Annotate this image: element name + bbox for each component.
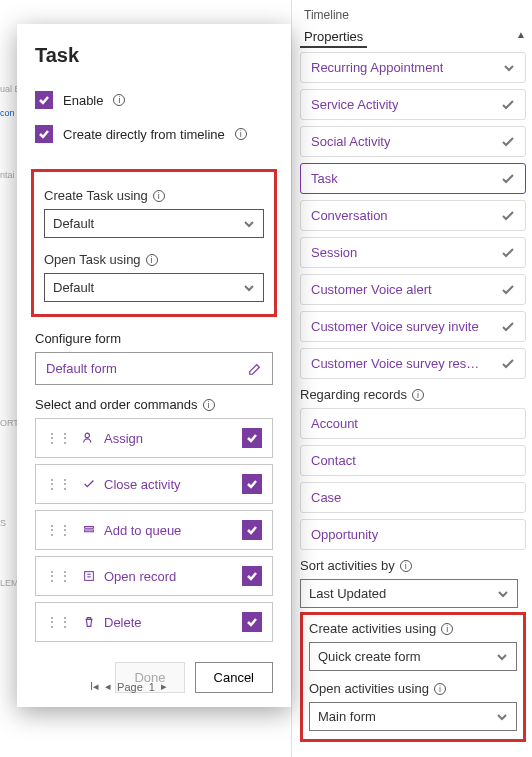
command-assign[interactable]: Assign <box>35 418 273 458</box>
create-task-dropdown[interactable]: Default <box>44 209 264 238</box>
info-icon[interactable]: i <box>113 94 125 106</box>
enable-row[interactable]: Enable i <box>35 91 273 109</box>
bg-hint: S <box>0 518 6 528</box>
activity-type-service-activity[interactable]: Service Activity <box>300 89 526 120</box>
command-add-to-queue[interactable]: Add to queue <box>35 510 273 550</box>
open-task-dropdown[interactable]: Default <box>44 273 264 302</box>
pager-next-icon[interactable]: ▸ <box>161 680 167 693</box>
properties-panel: Timeline Properties ▲ Recurring Appointm… <box>291 0 532 757</box>
properties-tab[interactable]: Properties <box>300 25 367 48</box>
create-task-label: Create Task using i <box>44 188 264 203</box>
regarding-records-label: Regarding records i <box>300 387 526 402</box>
check-icon <box>501 135 515 149</box>
drag-handle-icon[interactable] <box>46 437 72 440</box>
command-delete[interactable]: Delete <box>35 602 273 642</box>
cancel-button[interactable]: Cancel <box>195 662 273 693</box>
open-icon <box>82 569 96 583</box>
activity-type-customer-voice-invite[interactable]: Customer Voice survey invite <box>300 311 526 342</box>
create-activities-dropdown[interactable]: Quick create form <box>309 642 517 671</box>
drag-handle-icon[interactable] <box>46 621 72 624</box>
svg-point-0 <box>85 433 89 437</box>
info-icon[interactable]: i <box>412 389 424 401</box>
bg-hint: LEM <box>0 578 19 588</box>
bg-hint: ntai <box>0 170 15 180</box>
open-activities-dropdown[interactable]: Main form <box>309 702 517 731</box>
open-task-label: Open Task using i <box>44 252 264 267</box>
enable-checkbox[interactable] <box>35 91 53 109</box>
pager: I◂ ◂ Page 1 ▸ <box>90 680 167 693</box>
drag-handle-icon[interactable] <box>46 483 72 486</box>
configure-form-label: Configure form <box>35 331 273 346</box>
check-icon <box>82 477 96 491</box>
activity-type-conversation[interactable]: Conversation <box>300 200 526 231</box>
activity-type-task[interactable]: Task <box>300 163 526 194</box>
info-icon[interactable]: i <box>235 128 247 140</box>
check-icon <box>501 172 515 186</box>
open-activities-label: Open activities using i <box>309 681 517 696</box>
create-directly-row[interactable]: Create directly from timeline i <box>35 125 273 143</box>
activity-type-customer-voice-alert[interactable]: Customer Voice alert <box>300 274 526 305</box>
bg-hint-link: con <box>0 108 15 118</box>
commands-label: Select and order commands i <box>35 397 273 412</box>
edit-icon <box>248 362 262 376</box>
create-activities-label: Create activities using i <box>309 621 517 636</box>
sort-activities-dropdown[interactable]: Last Updated <box>300 579 518 608</box>
pager-first-icon[interactable]: I◂ <box>90 680 99 693</box>
regarding-opportunity[interactable]: Opportunity <box>300 519 526 550</box>
chevron-down-icon <box>496 711 508 723</box>
command-close-activity[interactable]: Close activity <box>35 464 273 504</box>
info-icon[interactable]: i <box>441 623 453 635</box>
chevron-down-icon <box>243 218 255 230</box>
info-icon[interactable]: i <box>434 683 446 695</box>
info-icon[interactable]: i <box>203 399 215 411</box>
check-icon <box>501 283 515 297</box>
regarding-contact[interactable]: Contact <box>300 445 526 476</box>
trash-icon <box>82 615 96 629</box>
info-icon[interactable]: i <box>146 254 158 266</box>
task-form-highlight-box: Create Task using i Default Open Task us… <box>31 169 277 317</box>
chevron-down-icon <box>497 588 509 600</box>
command-open-record[interactable]: Open record <box>35 556 273 596</box>
chevron-down-icon <box>496 651 508 663</box>
sort-activities-label: Sort activities by i <box>300 558 526 573</box>
activity-type-social-activity[interactable]: Social Activity <box>300 126 526 157</box>
check-icon <box>501 209 515 223</box>
regarding-case[interactable]: Case <box>300 482 526 513</box>
info-icon[interactable]: i <box>153 190 165 202</box>
queue-icon <box>82 523 96 537</box>
check-icon <box>501 320 515 334</box>
command-checkbox[interactable] <box>242 520 262 540</box>
timeline-label: Timeline <box>300 6 526 25</box>
regarding-account[interactable]: Account <box>300 408 526 439</box>
pager-prev-icon[interactable]: ◂ <box>105 680 111 693</box>
drag-handle-icon[interactable] <box>46 529 72 532</box>
drag-handle-icon[interactable] <box>46 575 72 578</box>
collapse-icon[interactable]: ▲ <box>516 25 526 40</box>
info-icon[interactable]: i <box>400 560 412 572</box>
chevron-down-icon <box>243 282 255 294</box>
command-checkbox[interactable] <box>242 474 262 494</box>
panel-title: Task <box>35 44 273 67</box>
check-icon <box>501 357 515 371</box>
svg-rect-1 <box>85 527 94 529</box>
check-icon <box>501 98 515 112</box>
create-directly-checkbox[interactable] <box>35 125 53 143</box>
activity-type-customer-voice-response[interactable]: Customer Voice survey response <box>300 348 526 379</box>
activity-type-recurring-appointment[interactable]: Recurring Appointment <box>300 52 526 83</box>
command-checkbox[interactable] <box>242 428 262 448</box>
activity-type-session[interactable]: Session <box>300 237 526 268</box>
user-icon <box>82 431 96 445</box>
svg-rect-3 <box>85 572 94 581</box>
chevron-down-icon <box>503 62 515 74</box>
check-icon <box>501 246 515 260</box>
default-form-row[interactable]: Default form <box>35 352 273 385</box>
svg-rect-2 <box>85 530 94 532</box>
task-settings-panel: Task Enable i Create directly from timel… <box>17 24 291 707</box>
command-checkbox[interactable] <box>242 566 262 586</box>
activities-highlight-box: Create activities using i Quick create f… <box>300 612 526 742</box>
command-checkbox[interactable] <box>242 612 262 632</box>
